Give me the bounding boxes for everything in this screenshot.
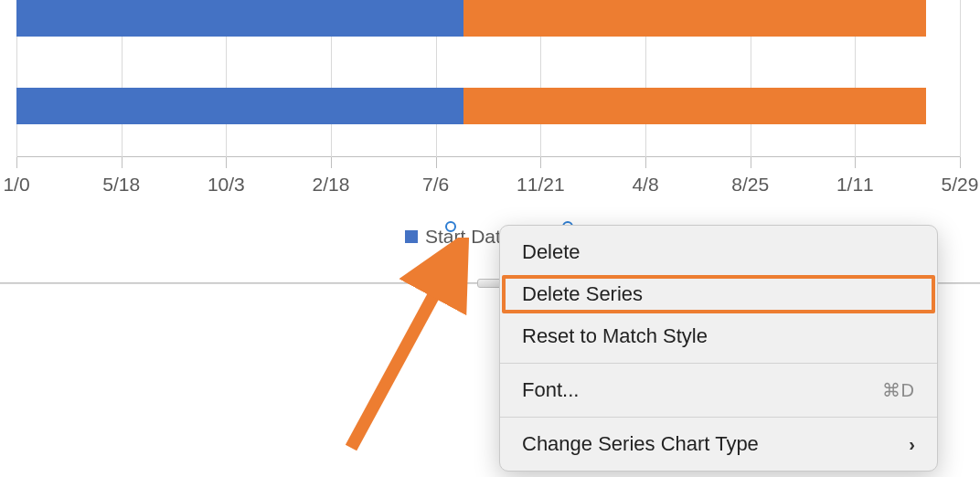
menu-item-label: Font... [522,378,579,402]
axis-tick [751,157,751,168]
axis-tick [436,157,437,168]
selection-handle-icon[interactable] [445,247,456,258]
axis-tick-label: 8/25 [731,174,769,196]
menu-item-shortcut: ⌘D [882,379,915,401]
menu-item-delete-series[interactable]: Delete Series [500,273,937,315]
plot-area[interactable] [16,0,960,157]
gridline [960,0,961,157]
context-menu: Delete Delete Series Reset to Match Styl… [499,225,938,472]
axis-tick-label: 2/18 [313,174,350,196]
axis-tick-label: 7/6 [422,174,449,196]
axis-tick [331,157,332,168]
annotation-arrow-icon [329,238,512,457]
menu-item-reset-match-style[interactable]: Reset to Match Style [500,315,937,357]
legend-swatch-icon [405,230,418,243]
axis-tick-label: 5/29 [942,174,979,196]
menu-item-font[interactable]: Font... ⌘D [500,369,937,411]
legend-item-start-date[interactable]: Start Date [405,226,512,248]
axis-tick [960,157,961,168]
menu-item-delete[interactable]: Delete [500,231,937,273]
selection-handle-icon[interactable] [445,221,456,232]
axis-tick-label: 5/18 [102,174,140,196]
axis-tick [855,157,856,168]
chart-area: 1/05/1810/32/187/611/214/88/251/115/29 [0,0,980,219]
axis-tick-label: 1/11 [836,174,874,196]
menu-item-label: Change Series Chart Type [522,432,759,456]
axis-tick [16,157,17,168]
axis-tick-label: 1/0 [3,174,29,196]
menu-item-label: Delete [522,240,581,264]
menu-item-label: Reset to Match Style [522,324,708,348]
chevron-right-icon: › [909,434,915,455]
bar-series-start-date[interactable] [16,88,463,124]
x-axis-labels: 1/05/1810/32/187/611/214/88/251/115/29 [0,174,980,201]
axis-tick-label: 11/21 [517,174,565,196]
bar-series-start-date[interactable] [16,0,463,37]
axis-tick [540,157,541,168]
axis-tick [122,157,122,168]
axis-tick [645,157,646,168]
axis-tick-label: 10/3 [208,174,245,196]
x-axis-line [16,156,960,157]
menu-item-change-series-chart-type[interactable]: Change Series Chart Type › [500,423,937,465]
menu-separator [500,363,937,364]
bar-series-end-date[interactable] [463,88,926,124]
bar-series-end-date[interactable] [463,0,926,37]
axis-tick [226,157,227,168]
axis-tick-label: 4/8 [632,174,658,196]
menu-item-label: Delete Series [522,282,643,306]
menu-separator [500,417,937,418]
